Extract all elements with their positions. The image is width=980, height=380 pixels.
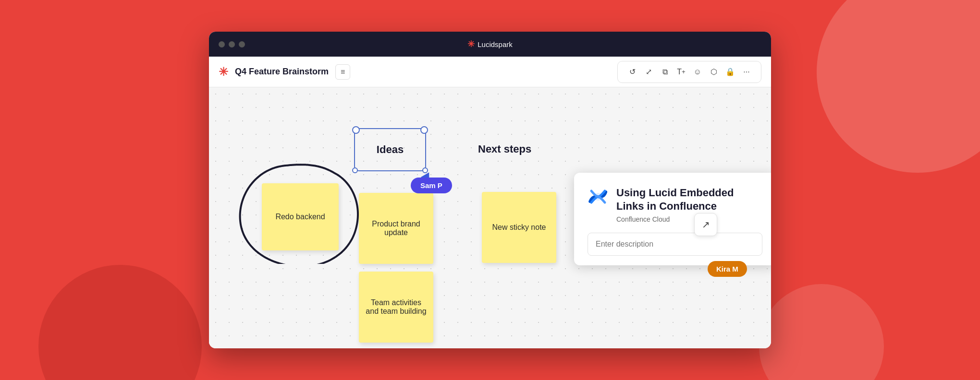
app-window: ✳ Lucidspark ✳ Q4 Feature Brainstorm ≡ ↺… (209, 32, 771, 348)
app-logo-icon: ✳ (219, 65, 228, 79)
toolbar-left: ✳ Q4 Feature Brainstorm ≡ (219, 64, 350, 80)
ideas-text-box[interactable]: Ideas (354, 128, 426, 171)
kira-m-badge: Kira M (708, 261, 747, 277)
sticky-note-text: Redo backend (275, 213, 325, 221)
minimize-dot[interactable] (229, 41, 235, 48)
handle-bl (352, 167, 358, 173)
titlebar: ✳ Lucidspark (209, 32, 771, 57)
emoji-icon[interactable]: ☺ (691, 65, 704, 79)
card-title-block: Using Lucid Embedded Links in Confluence… (616, 186, 762, 223)
tag-icon[interactable]: ⬡ (707, 65, 721, 79)
app-title-text: Lucidspark (478, 40, 513, 48)
expand-icon[interactable]: ⤢ (642, 65, 655, 79)
sticky-note-new[interactable]: New sticky note (482, 192, 556, 263)
external-link-icon: ↗ (702, 219, 710, 230)
sticky-note-text: New sticky note (492, 223, 546, 232)
card-title: Using Lucid Embedded Links in Confluence (616, 186, 762, 213)
bg-blob-bottom-left (38, 265, 202, 380)
sam-p-badge: Sam P (411, 178, 452, 193)
next-steps-label: Next steps (478, 143, 531, 155)
embedded-link-card: Using Lucid Embedded Links in Confluence… (574, 173, 771, 265)
app-toolbar: ✳ Q4 Feature Brainstorm ≡ ↺ ⤢ ⧉ T+ ☺ ⬡ 🔒… (209, 57, 771, 87)
toolbar-right: ↺ ⤢ ⧉ T+ ☺ ⬡ 🔒 ··· (617, 61, 761, 83)
lucidspark-logo-icon: ✳ (467, 39, 475, 49)
window-controls (219, 41, 245, 48)
sticky-note-product-brand[interactable]: Product brand update (359, 193, 433, 264)
lock-icon[interactable]: 🔒 (723, 65, 737, 79)
sticky-note-team-activities[interactable]: Team activities and team building (359, 272, 433, 343)
more-options-icon[interactable]: ··· (740, 65, 753, 79)
handle-br (422, 167, 428, 173)
text-plus-icon[interactable]: T+ (674, 65, 688, 79)
canvas[interactable]: Redo backend Ideas Sam P Product brand u… (209, 87, 771, 348)
bg-blob-bottom-right (759, 284, 884, 380)
ideas-label: Ideas (377, 143, 404, 156)
menu-button[interactable]: ≡ (335, 64, 350, 80)
card-subtitle: Confluence Cloud (616, 215, 762, 223)
document-title[interactable]: Q4 Feature Brainstorm (235, 67, 329, 77)
bg-blob-top-right (817, 0, 980, 173)
sticky-note-text: Product brand update (365, 220, 428, 237)
fullscreen-dot[interactable] (239, 41, 245, 48)
app-title: ✳ Lucidspark (467, 39, 513, 49)
copy-icon[interactable]: ⧉ (658, 65, 672, 79)
open-external-button[interactable]: ↗ (694, 213, 717, 236)
close-dot[interactable] (219, 41, 225, 48)
sticky-note-redo-backend[interactable]: Redo backend (262, 183, 339, 250)
card-header: Using Lucid Embedded Links in Confluence… (588, 186, 762, 223)
description-input[interactable] (588, 233, 762, 256)
redo-icon[interactable]: ↺ (625, 65, 639, 79)
confluence-logo-icon (588, 186, 609, 207)
sticky-note-text: Team activities and team building (365, 298, 428, 316)
